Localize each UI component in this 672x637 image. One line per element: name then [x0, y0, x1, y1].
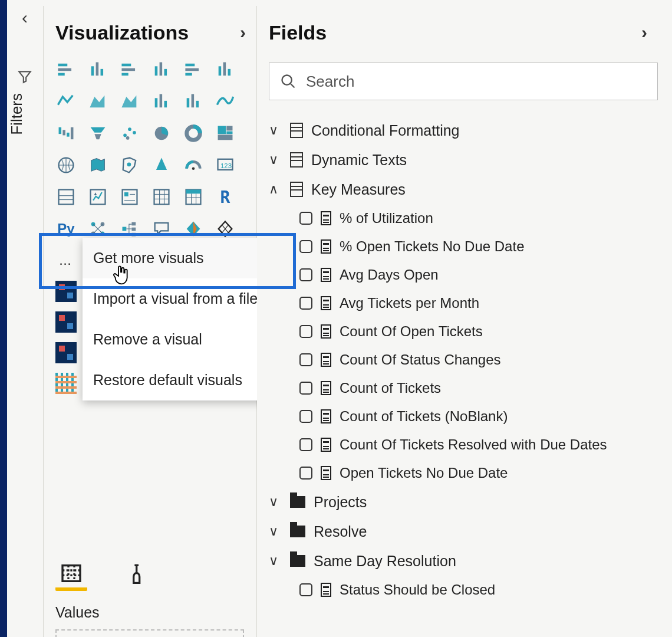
measure-icon — [321, 324, 331, 339]
visual-line-clustered-column-icon[interactable] — [183, 91, 204, 112]
more-visuals-button[interactable]: … — [55, 250, 77, 271]
measure-count-of-status-changes[interactable]: Count Of Status Changes — [269, 346, 658, 374]
visual-table-icon[interactable] — [151, 186, 172, 208]
svg-rect-41 — [218, 134, 233, 140]
svg-rect-73 — [131, 233, 136, 237]
measure-status-should-be-closed[interactable]: Status Should be Closed — [269, 576, 658, 604]
visual-map-icon[interactable] — [55, 155, 77, 176]
measure-label: Open Tickets No Due Date — [340, 465, 508, 481]
measure-count-of-tickets-noblank-[interactable]: Count of Tickets (NoBlank) — [269, 402, 658, 431]
table-label: Conditional Formatting — [311, 122, 460, 139]
measure--of-utilization[interactable]: % of Utilization — [269, 204, 658, 232]
checkbox[interactable] — [299, 438, 312, 451]
fields-search[interactable]: Search — [269, 63, 658, 100]
values-dropzone[interactable]: Add data fields here — [55, 629, 244, 637]
visual-scatter-icon[interactable] — [119, 123, 140, 144]
table-projects[interactable]: ∨Projects — [269, 487, 658, 517]
visual-power-apps-icon[interactable] — [183, 218, 204, 239]
chevron-right-icon[interactable]: › — [240, 22, 246, 42]
checkbox[interactable] — [299, 353, 312, 366]
visual-matrix-icon[interactable] — [183, 186, 204, 208]
checkbox[interactable] — [299, 382, 312, 395]
folder-icon — [290, 526, 305, 537]
visual-100-stacked-column-icon[interactable] — [215, 59, 236, 80]
svg-rect-71 — [131, 222, 136, 226]
chevron-right-icon[interactable]: › — [641, 22, 647, 42]
visual-waterfall-icon[interactable] — [55, 123, 77, 144]
svg-rect-2 — [58, 73, 64, 76]
checkbox[interactable] — [299, 240, 312, 253]
visual-pie-icon[interactable] — [151, 123, 172, 144]
visual-key-influencers-icon[interactable] — [87, 218, 108, 239]
visualizations-header: Visualizations › — [55, 6, 256, 59]
visual-filled-map-icon[interactable] — [87, 155, 108, 176]
measure-avg-tickets-per-month[interactable]: Avg Tickets per Month — [269, 289, 658, 317]
filters-label[interactable]: Filters — [8, 93, 43, 135]
visual-r-visual-icon[interactable]: R — [215, 186, 236, 208]
visual-shape-map-icon[interactable] — [119, 155, 140, 176]
table-key-measures[interactable]: ∧Key Measures — [269, 175, 658, 204]
checkbox[interactable] — [299, 268, 312, 281]
visual-multirow-card-icon[interactable] — [55, 186, 77, 208]
visual-decomposition-tree-icon[interactable] — [119, 218, 140, 239]
custom-visual-icon-4[interactable] — [55, 373, 77, 394]
measure-count-of-open-tickets[interactable]: Count Of Open Tickets — [269, 317, 658, 346]
checkbox[interactable] — [299, 212, 312, 225]
visual-treemap-icon[interactable] — [215, 123, 236, 144]
table-conditional-formatting[interactable]: ∨Conditional Formatting — [269, 116, 658, 145]
svg-rect-28 — [67, 133, 70, 137]
chevron-icon: ∨ — [269, 152, 282, 168]
table-resolve[interactable]: ∨Resolve — [269, 517, 658, 546]
measure-avg-days-open[interactable]: Avg Days Open — [269, 261, 658, 289]
measure-open-tickets-no-due-date[interactable]: Open Tickets No Due Date — [269, 459, 658, 487]
checkbox[interactable] — [299, 410, 312, 423]
visual-funnel-icon[interactable] — [87, 123, 108, 144]
visual-py-visual-icon[interactable]: Py — [55, 218, 77, 239]
fields-tab-icon[interactable] — [55, 559, 87, 591]
custom-visual-icon-2[interactable] — [55, 311, 77, 333]
custom-visual-icon-1[interactable] — [55, 281, 77, 302]
visual-stacked-bar-icon[interactable] — [55, 59, 77, 80]
visual-donut-icon[interactable] — [183, 123, 204, 144]
chevron-left-icon[interactable]: ‹ — [7, 6, 42, 29]
fields-title: Fields — [269, 21, 327, 44]
svg-rect-25 — [196, 101, 199, 107]
visual-ribbon-icon[interactable] — [215, 91, 236, 112]
chevron-icon: ∨ — [269, 494, 282, 510]
visual-stacked-column-icon[interactable] — [87, 59, 108, 80]
visual-card-icon[interactable]: 123 — [215, 155, 236, 176]
funnel-icon[interactable] — [7, 65, 42, 88]
visualizations-title: Visualizations — [55, 21, 189, 44]
visual-clustered-bar-icon[interactable] — [119, 59, 140, 80]
table-dynamic-texts[interactable]: ∨Dynamic Texts — [269, 145, 658, 175]
search-icon — [280, 73, 297, 90]
checkbox[interactable] — [299, 325, 312, 338]
measure-label: Count of Tickets — [340, 380, 441, 396]
chevron-icon: ∨ — [269, 123, 282, 138]
visual-azure-map-icon[interactable] — [151, 155, 172, 176]
visual-line-icon[interactable] — [55, 91, 77, 112]
checkbox[interactable] — [299, 467, 312, 480]
table-icon — [290, 152, 303, 168]
measure-count-of-tickets-resolved-with-due-dates[interactable]: Count Of Tickets Resolved with Due Dates — [269, 431, 658, 459]
visual-stacked-area-icon[interactable] — [119, 91, 140, 112]
visual-paginated-icon[interactable] — [215, 218, 236, 239]
checkbox[interactable] — [299, 297, 312, 310]
visual-clustered-column-icon[interactable] — [151, 59, 172, 80]
measure--open-tickets-no-due-date[interactable]: % Open Tickets No Due Date — [269, 232, 658, 261]
checkbox[interactable] — [299, 583, 312, 596]
table-same-day-resolution[interactable]: ∨Same Day Resolution — [269, 546, 658, 576]
custom-visual-icon-3[interactable] — [55, 342, 77, 363]
measure-count-of-tickets[interactable]: Count of Tickets — [269, 374, 658, 402]
visual-area-icon[interactable] — [87, 91, 108, 112]
visual-slicer-icon[interactable] — [119, 186, 140, 208]
measure-label: % of Utilization — [340, 210, 433, 226]
svg-rect-7 — [121, 68, 135, 71]
visual-kpi-icon[interactable]: ▲ — [87, 186, 108, 208]
visual-line-stacked-column-icon[interactable] — [151, 91, 172, 112]
visual-gauge-icon[interactable] — [183, 155, 204, 176]
visual-100-stacked-bar-icon[interactable] — [183, 59, 204, 80]
table-label: Projects — [314, 494, 367, 511]
visual-qa-icon[interactable] — [151, 218, 172, 239]
format-tab-icon[interactable] — [123, 559, 154, 591]
